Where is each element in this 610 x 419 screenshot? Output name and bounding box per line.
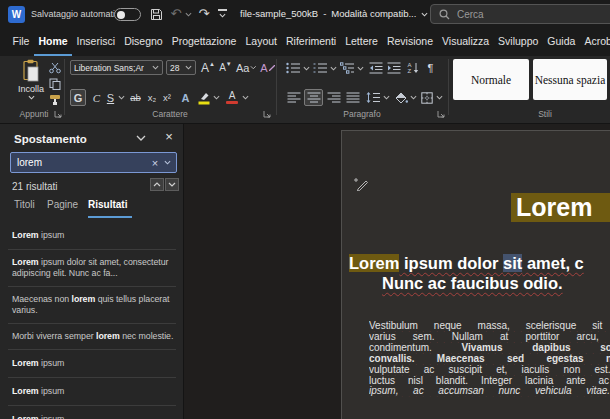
font-color-dropdown-icon[interactable] [241,89,249,106]
document-page[interactable]: Lorem Lorem ipsum dolor sit amet, c Nunc… [341,130,610,419]
align-center-button[interactable] [304,89,323,106]
multilevel-list-icon [340,62,355,74]
tab-sviluppo[interactable]: Sviluppo [494,28,543,56]
clear-formatting-button[interactable]: A [259,60,276,75]
customize-toolbar-icon[interactable] [218,9,227,18]
borders-dropdown-icon[interactable] [435,90,443,105]
word-app-icon[interactable]: W [8,6,25,23]
tab-revisione[interactable]: Revisione [382,28,437,56]
search-result-item[interactable]: Lorem ipsum [8,222,176,250]
align-right-button[interactable] [325,90,342,105]
search-options-chevron-icon[interactable] [164,160,171,165]
cut-button[interactable] [48,61,62,75]
title-separator: - [323,0,326,28]
paste-button[interactable]: Incolla [12,59,50,109]
undo-dropdown-icon[interactable] [184,0,192,28]
borders-button[interactable] [419,90,435,105]
highlight-dropdown-icon[interactable] [212,89,220,106]
font-size-combo[interactable]: 28 [166,60,196,75]
navigation-search-input[interactable] [11,157,146,168]
autosave-toggle[interactable] [114,8,141,21]
font-name-combo[interactable]: Liberation Sans;Ar [70,60,163,75]
font-color-button[interactable]: A [224,89,240,106]
paragraph-dialog-launcher-icon[interactable] [437,110,446,119]
search-box[interactable] [430,4,610,24]
pane-options-chevron-icon[interactable] [136,135,146,141]
redo-icon[interactable]: ↷ [196,0,212,28]
style-card-nessuna-spaziatura[interactable]: Nessuna spazia [533,59,607,100]
underline-dropdown-icon[interactable] [117,89,125,106]
strikethrough-button[interactable]: ab [127,89,144,106]
grow-font-button[interactable]: A▲ [200,60,216,75]
undo-icon[interactable]: ↶ [168,0,184,28]
close-pane-icon[interactable]: × [160,128,178,146]
next-result-button[interactable] [165,178,179,191]
search-result-item[interactable]: Lorem ipsum [8,350,176,378]
search-result-item[interactable]: Lorem ipsum [8,406,176,419]
tab-pagine[interactable]: Pagine [47,199,78,210]
numbering-dropdown-icon[interactable] [329,61,337,75]
tab-file[interactable]: File [8,28,34,56]
increase-indent-button[interactable] [386,61,402,75]
title-dropdown-icon[interactable] [421,12,428,17]
tab-progettazione[interactable]: Progettazione [167,28,241,56]
align-left-button[interactable] [285,90,302,105]
sort-button[interactable]: AZ [404,61,422,75]
bold-button[interactable]: G [70,89,86,106]
tab-acrobat[interactable]: Acrobat [580,28,610,56]
clear-search-icon[interactable]: × [146,157,164,169]
document-heading-1[interactable]: Lorem [511,193,610,222]
navigation-search-box[interactable]: × [10,152,177,173]
document-title[interactable]: file-sample_500kB - Modalità compatib... [240,0,428,28]
shrink-font-button[interactable]: A▼ [218,60,233,75]
tab-riferimenti[interactable]: Riferimenti [281,28,340,56]
search-icon [439,9,450,20]
tab-home[interactable]: Home [34,28,72,56]
search-result-item[interactable]: Morbi viverra semper lorem nec molestie. [8,324,176,350]
multilevel-list-button[interactable] [339,61,356,75]
decrease-indent-button[interactable] [368,61,384,75]
previous-result-button[interactable] [150,178,164,191]
font-dialog-launcher-icon[interactable] [263,110,272,119]
style-card-normale[interactable]: Normale [453,59,529,100]
search-input[interactable] [457,9,587,20]
search-result-item[interactable]: Lorem ipsum [8,378,176,406]
tab-visualizza[interactable]: Visualizza [437,28,493,56]
chevron-down-icon [152,65,159,70]
multilevel-dropdown-icon[interactable] [356,61,364,75]
paragraph-group-label: Paragrafo [312,109,412,119]
copy-button[interactable] [48,77,62,91]
navigation-pane: Spostamento × × 21 risultati Titoli Pagi… [0,124,184,419]
format-painter-button[interactable] [48,93,62,107]
show-paragraph-marks-button[interactable]: ¶ [424,60,437,76]
line-spacing-dropdown-icon[interactable] [382,90,390,105]
highlight-color-button[interactable] [196,89,212,106]
change-case-button[interactable]: Aa [236,60,257,75]
search-result-item[interactable]: Maecenas non lorem quis tellus placerat … [8,287,176,324]
tab-lettere[interactable]: Lettere [341,28,383,56]
tab-risultati[interactable]: Risultati [88,199,127,210]
tab-disegno[interactable]: Disegno [120,28,168,56]
text-effects-button[interactable]: A [178,89,193,106]
tab-guida[interactable]: Guida [543,28,580,56]
save-icon[interactable] [148,0,164,28]
tab-inserisci[interactable]: Inserisci [72,28,120,56]
numbering-button[interactable] [312,61,329,75]
bullets-button[interactable] [285,61,302,75]
document-paragraph[interactable]: Vestibulum neque massa, scelerisque sit … [369,321,610,397]
document-heading-2[interactable]: Lorem ipsum dolor sit amet, c Nunc ac fa… [349,253,584,293]
shading-button[interactable] [393,90,409,105]
bullets-dropdown-icon[interactable] [302,61,310,75]
justify-button[interactable] [344,90,361,105]
line-spacing-button[interactable] [364,90,382,105]
shading-dropdown-icon[interactable] [409,90,417,105]
italic-button[interactable]: C [90,89,103,106]
search-result-item[interactable]: Lorem ipsum dolor sit amet, consectetur … [8,250,176,287]
clipboard-dialog-launcher-icon[interactable] [54,110,63,119]
active-tab-underline [88,216,132,218]
superscript-button[interactable]: x² [160,89,174,106]
underline-button[interactable]: S [104,89,117,106]
tab-titoli[interactable]: Titoli [14,199,35,210]
subscript-button[interactable]: x₂ [145,89,159,106]
tab-layout[interactable]: Layout [241,28,282,56]
